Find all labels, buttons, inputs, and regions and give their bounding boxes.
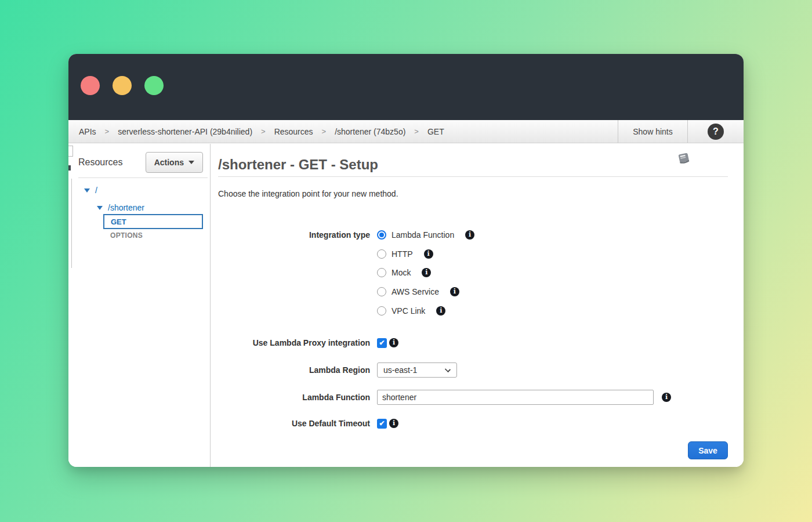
breadcrumb: APIs > serverless-shortener-API (29b4nil… [68, 120, 618, 143]
info-icon[interactable]: i [422, 268, 431, 277]
tree-root-label[interactable]: / [95, 186, 97, 195]
help-segment: ? [687, 120, 744, 143]
breadcrumb-resource-path[interactable]: /shortener (74bz5o) [335, 127, 405, 136]
clipped-panel-fragment [68, 165, 71, 171]
info-icon[interactable]: i [662, 393, 671, 402]
sidebar-header: Resources Actions [78, 152, 203, 173]
tree-item-get-selected[interactable]: GET [103, 214, 203, 229]
lambda-region-label: Lambda Region [211, 365, 370, 375]
info-icon[interactable]: i [389, 419, 398, 428]
default-timeout-label: Use Default Timeout [211, 419, 370, 428]
chevron-separator-icon: > [414, 127, 419, 136]
integration-type-row: AWS Service i [211, 285, 728, 299]
actions-button-label: Actions [154, 158, 184, 167]
region-select-value: us-east-1 [383, 365, 417, 375]
radio-option-label: VPC Link [392, 306, 425, 316]
chevron-down-icon[interactable] [97, 206, 103, 210]
radio-icon[interactable] [377, 268, 386, 277]
tree-get-label: GET [111, 217, 126, 226]
breadcrumb-apis[interactable]: APIs [79, 127, 96, 136]
region-select[interactable]: us-east-1 [377, 362, 457, 378]
lambda-region-row: Lambda Region us-east-1 [211, 362, 728, 378]
lambda-function-input[interactable] [377, 390, 654, 405]
save-button[interactable]: Save [688, 441, 728, 459]
timeout-checkbox[interactable]: ✔ [377, 419, 387, 429]
tree-item-options[interactable]: OPTIONS [110, 231, 143, 240]
zoom-window-button[interactable] [144, 76, 164, 95]
clipped-panel-fragment [71, 179, 72, 268]
proxy-integration-row: Use Lambda Proxy integration ✔ i [211, 336, 728, 350]
setup-panel: /shortener - GET - Setup Choose the inte… [211, 144, 744, 467]
tree-item-root[interactable]: / [84, 186, 97, 195]
radio-option-vpc-link[interactable]: VPC Link i [377, 306, 445, 316]
info-icon[interactable]: i [436, 306, 445, 316]
help-icon[interactable]: ? [708, 124, 724, 140]
integration-type-row: HTTP i [211, 247, 728, 261]
sidebar-divider [78, 177, 208, 178]
clipped-panel-fragment [68, 146, 73, 157]
resources-sidebar: Resources Actions / /shortener GET [68, 144, 210, 467]
radio-option-mock[interactable]: Mock i [377, 268, 431, 277]
resources-title: Resources [78, 157, 122, 168]
desktop-background: APIs > serverless-shortener-API (29b4nil… [0, 0, 812, 522]
window-titlebar [68, 54, 744, 120]
content-area: Resources Actions / /shortener GET [68, 144, 744, 467]
default-timeout-control: ✔ i [377, 419, 398, 429]
lambda-function-label: Lambda Function [211, 393, 370, 402]
proxy-integration-label: Use Lambda Proxy integration [211, 338, 370, 347]
info-icon[interactable]: i [424, 249, 433, 259]
integration-type-row: Mock i [211, 266, 728, 280]
radio-option-http[interactable]: HTTP i [377, 249, 433, 259]
breadcrumb-resources[interactable]: Resources [274, 127, 313, 136]
radio-icon[interactable] [377, 287, 386, 296]
breadcrumb-bar: APIs > serverless-shortener-API (29b4nil… [68, 120, 744, 143]
tree-item-shortener[interactable]: /shortener [97, 203, 144, 212]
radio-option-lambda-function[interactable]: Lambda Function i [377, 230, 474, 240]
title-divider [218, 176, 728, 177]
radio-selected-icon[interactable] [377, 230, 386, 240]
proxy-integration-control: ✔ i [377, 338, 398, 348]
radio-option-aws-service[interactable]: AWS Service i [377, 287, 459, 296]
chevron-separator-icon: > [261, 127, 266, 136]
show-hints-button[interactable]: Show hints [618, 120, 687, 143]
chevron-separator-icon: > [322, 127, 327, 136]
tree-shortener-label[interactable]: /shortener [108, 203, 144, 212]
integration-type-label: Integration type [211, 230, 370, 240]
documentation-book-icon[interactable] [676, 152, 691, 167]
info-icon[interactable]: i [450, 287, 459, 296]
breadcrumb-method[interactable]: GET [427, 127, 444, 136]
info-icon[interactable]: i [389, 338, 398, 347]
info-icon[interactable]: i [465, 230, 474, 240]
radio-option-label: HTTP [392, 249, 413, 259]
radio-option-label: AWS Service [392, 287, 439, 296]
radio-option-label: Mock [392, 268, 411, 277]
radio-icon[interactable] [377, 249, 386, 259]
proxy-checkbox[interactable]: ✔ [377, 338, 387, 348]
close-window-button[interactable] [81, 76, 100, 95]
intro-text: Choose the integration point for your ne… [218, 189, 398, 198]
minimize-window-button[interactable] [113, 76, 132, 95]
default-timeout-row: Use Default Timeout ✔ i [211, 416, 728, 430]
integration-type-row: Integration type Lambda Function i [211, 228, 728, 242]
chevron-down-icon [445, 367, 451, 372]
chevron-down-icon[interactable] [84, 188, 90, 193]
radio-option-label: Lambda Function [392, 230, 454, 240]
actions-button[interactable]: Actions [146, 152, 203, 173]
integration-type-row: VPC Link i [211, 304, 728, 318]
app-window: APIs > serverless-shortener-API (29b4nil… [68, 54, 744, 467]
breadcrumb-api-name[interactable]: serverless-shortener-API (29b4nilied) [118, 127, 252, 136]
radio-icon[interactable] [377, 306, 386, 316]
chevron-down-icon [188, 161, 194, 164]
chevron-separator-icon: > [105, 127, 110, 136]
lambda-function-row: Lambda Function i [211, 390, 728, 405]
page-title: /shortener - GET - Setup [218, 157, 378, 173]
